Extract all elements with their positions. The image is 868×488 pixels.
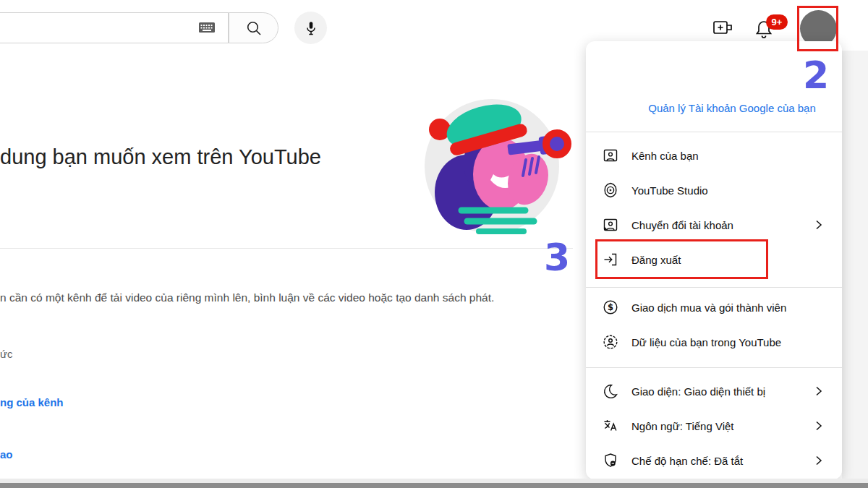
youtube-page: 9+ dung bạn muốn xem trên YouTube [0, 0, 868, 488]
menu-item-label: Giao diện: Giao diện thiết bị [631, 385, 765, 398]
mic-icon [302, 20, 320, 37]
menu-item-your-channel[interactable]: Kênh của bạn [586, 138, 842, 173]
translate-icon [602, 417, 619, 435]
create-channel-link[interactable]: ao [0, 448, 13, 461]
menu-item-youtube-studio[interactable]: YouTube Studio [586, 173, 842, 207]
account-box-icon [602, 147, 619, 164]
chevron-right-icon [812, 453, 826, 468]
highlight-box-avatar [797, 6, 838, 51]
page-gutter [842, 51, 868, 479]
create-video-icon[interactable] [712, 18, 734, 37]
notification-badge: 9+ [766, 14, 788, 30]
menu-item-restricted-mode[interactable]: Chế độ hạn chế: Đã tắt [586, 443, 842, 478]
highlight-box-sign-out [595, 239, 768, 279]
menu-item-label: Chuyển đổi tài khoản [631, 219, 733, 231]
step-number-3: 3 [544, 236, 570, 279]
keyboard-icon[interactable] [198, 21, 216, 34]
purchases-icon: $ [602, 299, 619, 316]
youtube-studio-icon [602, 181, 619, 199]
chevron-right-icon [812, 384, 826, 398]
menu-item-label: YouTube Studio [631, 184, 708, 197]
switch-account-icon [602, 216, 619, 234]
telescope-illustration [420, 96, 575, 241]
voice-search-button[interactable] [294, 12, 327, 44]
bottom-bar [0, 483, 868, 488]
shield-icon [602, 452, 619, 469]
search-input[interactable] [0, 12, 229, 43]
menu-divider [586, 367, 842, 368]
channel-requirement-text: n cần có một kênh để tải video của riêng… [0, 291, 535, 304]
search-icon [245, 20, 263, 37]
moon-icon [602, 382, 619, 400]
svg-text:$: $ [608, 302, 613, 312]
menu-divider [586, 132, 842, 132]
menu-item-label: Chế độ hạn chế: Đã tắt [631, 455, 743, 467]
content-divider [0, 248, 573, 249]
menu-item-label: Kênh của bạn [631, 150, 699, 162]
chevron-right-icon [812, 218, 826, 232]
menu-item-label: Giao dịch mua và gói thành viên [631, 301, 786, 314]
menu-item-switch-account[interactable]: Chuyển đổi tài khoản [586, 207, 842, 242]
channel-settings-link[interactable]: ng của kênh [0, 396, 64, 408]
menu-item-appearance[interactable]: Giao diện: Giao diện thiết bị [586, 374, 842, 408]
search-button[interactable] [229, 12, 278, 43]
step-number-2: 2 [803, 53, 829, 97]
manage-google-account-link[interactable]: Quản lý Tài khoản Google của bạn [637, 102, 827, 114]
menu-item-label: Ngôn ngữ: Tiếng Việt [631, 420, 734, 432]
menu-item-language[interactable]: Ngôn ngữ: Tiếng Việt [586, 408, 842, 443]
menu-item-your-data[interactable]: Dữ liệu của bạn trong YouTube [586, 325, 842, 359]
chevron-right-icon [812, 419, 826, 433]
truncated-text: ức [0, 348, 13, 360]
menu-divider [586, 287, 842, 288]
page-title: dung bạn muốn xem trên YouTube [0, 145, 321, 169]
your-data-icon [602, 333, 619, 351]
menu-item-label: Dữ liệu của bạn trong YouTube [631, 336, 781, 348]
menu-item-purchases[interactable]: $ Giao dịch mua và gói thành viên [586, 290, 842, 325]
